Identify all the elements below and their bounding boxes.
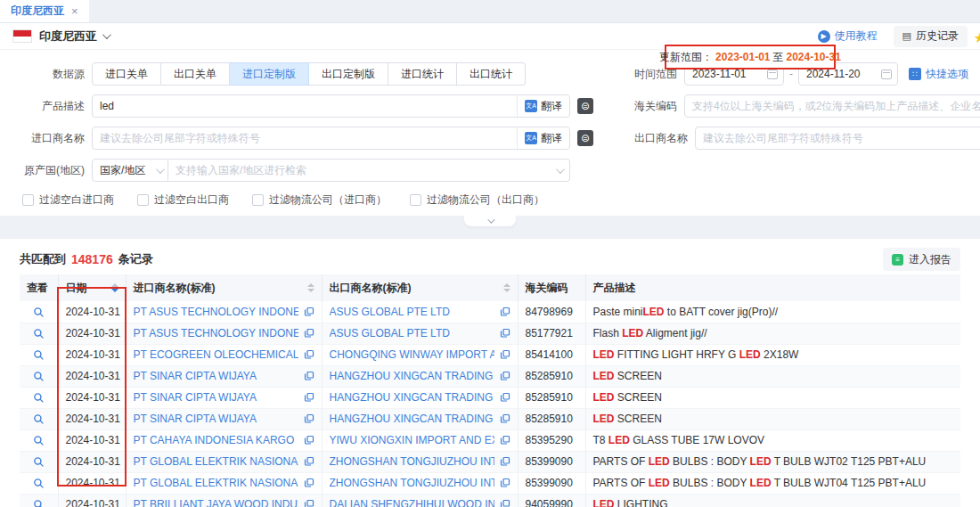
copy-icon[interactable] — [304, 371, 314, 381]
translate-button[interactable]: 文A 翻译 — [517, 127, 569, 149]
exporter-input[interactable] — [696, 127, 980, 149]
origin-type-select[interactable]: 国家/地区 — [92, 159, 168, 182]
view-cell — [20, 365, 58, 387]
copy-icon[interactable] — [304, 307, 314, 317]
importer-input[interactable] — [93, 127, 517, 149]
history-button[interactable]: ▤ 历史记录 — [894, 26, 968, 47]
product-desc-cell: LED FITTING LIGHT HRFY G LED 2X18W — [585, 344, 960, 365]
copy-icon[interactable] — [304, 349, 314, 360]
importer-link[interactable]: PT ECOGREEN OLEOCHEMICALS — [134, 348, 298, 361]
match-count: 148176 — [71, 252, 113, 266]
datasource-tab-5[interactable]: 出口统计 — [457, 62, 526, 86]
column-header-3[interactable]: 出口商名称(标准) — [322, 274, 518, 301]
copy-icon[interactable] — [500, 478, 510, 488]
copy-icon[interactable] — [304, 392, 314, 403]
magnifier-icon[interactable] — [33, 478, 45, 489]
enter-report-button[interactable]: ≡ 进入报告 — [883, 248, 960, 271]
product-desc-inputbox: 文A 翻译 — [92, 94, 570, 118]
copy-icon[interactable] — [500, 456, 510, 467]
exporter-link[interactable]: HANGZHOU XINGCAN TRADING CO LTD — [330, 413, 494, 425]
magnifier-icon[interactable] — [33, 307, 45, 318]
close-icon[interactable]: × — [71, 5, 78, 17]
copy-icon[interactable] — [304, 328, 314, 339]
sort-carets-icon[interactable] — [307, 283, 314, 292]
importer-link[interactable]: PT BRILLIANT JAYA WOOD INDUSTRY — [134, 498, 298, 507]
exporter-link[interactable]: ASUS GLOBAL PTE LTD — [330, 306, 494, 318]
datasource-tab-2[interactable]: 进口定制版 — [230, 62, 309, 86]
copy-icon[interactable] — [304, 499, 314, 507]
view-cell — [20, 408, 58, 429]
importer-link[interactable]: PT CAHAYA INDONESIA KARGO — [134, 434, 298, 446]
exporter-link[interactable]: HANGZHOU XINGCAN TRADING CO LTD — [330, 391, 494, 404]
filter-checkbox-3[interactable]: 过滤物流公司（出口商） — [410, 192, 544, 208]
copy-icon[interactable] — [304, 413, 314, 424]
collapse-panel-button[interactable] — [464, 215, 516, 226]
importer-link[interactable]: PT SINAR CIPTA WIJAYA — [134, 391, 298, 404]
exporter-link[interactable]: DALIAN SHENGZHIHUI WOOD INDUST... — [330, 498, 494, 507]
copy-icon[interactable] — [500, 307, 510, 317]
product-desc-label: 产品描述 — [0, 99, 85, 114]
importer-link[interactable]: PT GLOBAL ELEKTRIK NASIONAL — [134, 477, 298, 489]
copy-icon[interactable] — [500, 392, 510, 403]
copy-icon[interactable] — [500, 413, 510, 424]
datasource-tab-1[interactable]: 出口关单 — [161, 62, 230, 86]
copy-icon[interactable] — [304, 456, 314, 467]
importer-link[interactable]: PT ASUS TECHNOLOGY INDONESIA BA... — [134, 327, 298, 339]
importer-link[interactable]: PT SINAR CIPTA WIJAYA — [134, 413, 298, 425]
filter-checkbox-2[interactable]: 过滤物流公司（进口商） — [252, 192, 387, 208]
country-name: 印度尼西亚 — [39, 29, 97, 45]
copy-icon[interactable] — [500, 435, 510, 446]
importer-inputbox: 文A 翻译 — [92, 127, 570, 150]
circled-equals-icon[interactable]: ⊜ — [577, 98, 593, 114]
chevron-down-icon[interactable] — [102, 30, 111, 39]
datasource-tab-4[interactable]: 进口统计 — [388, 62, 457, 86]
importer-cell: PT GLOBAL ELEKTRIK NASIONAL — [126, 472, 322, 494]
exporter-link[interactable]: HANGZHOU XINGCAN TRADING CO LTD — [330, 370, 494, 382]
exporter-link[interactable]: CHONGQING WINWAY IMPORT AND E... — [330, 348, 494, 361]
filter-checkbox-0[interactable]: 过滤空白进口商 — [22, 192, 114, 208]
column-header-1[interactable]: 日期 — [58, 274, 126, 301]
hs-code-cell: 85399090 — [518, 472, 585, 494]
quick-options-link[interactable]: ∷ 快捷选项 — [909, 67, 968, 82]
copy-icon[interactable] — [304, 478, 314, 488]
column-header-2[interactable]: 进口商名称(标准) — [126, 274, 322, 301]
exporter-link[interactable]: ASUS GLOBAL PTE LTD — [330, 327, 494, 339]
product-desc-input[interactable] — [93, 95, 517, 117]
hs-code-cell: 84798969 — [518, 301, 585, 323]
importer-link[interactable]: PT GLOBAL ELEKTRIK NASIONAL — [134, 455, 298, 468]
circled-equals-icon[interactable]: ⊜ — [577, 130, 593, 146]
copy-icon[interactable] — [500, 499, 510, 507]
hs-code-input[interactable] — [685, 95, 980, 117]
magnifier-icon[interactable] — [33, 349, 45, 361]
copy-icon[interactable] — [500, 328, 510, 339]
magnifier-icon[interactable] — [33, 435, 45, 446]
exporter-link[interactable]: ZHONGSHAN TONGJIUZHOU INTERNA... — [330, 455, 494, 468]
copy-icon[interactable] — [500, 371, 510, 381]
magnifier-icon[interactable] — [33, 328, 45, 339]
magnifier-icon[interactable] — [33, 413, 45, 425]
hs-code-inputbox — [684, 94, 980, 118]
magnifier-icon[interactable] — [33, 456, 45, 468]
importer-link[interactable]: PT SINAR CIPTA WIJAYA — [134, 370, 298, 382]
translate-button[interactable]: 文A 翻译 — [517, 95, 569, 117]
country-tab[interactable]: 印度尼西亚 × — [0, 0, 89, 22]
sort-carets-icon[interactable] — [503, 283, 510, 292]
magnifier-icon[interactable] — [33, 392, 45, 404]
exporter-link[interactable]: YIWU XIONGXIN IMPORT AND EXPORT... — [330, 434, 494, 446]
hs-code-cell: 85177921 — [518, 323, 585, 344]
table-row: 2024-10-31PT GLOBAL ELEKTRIK NASIONALZHO… — [20, 472, 960, 494]
copy-icon[interactable] — [500, 349, 510, 360]
star-icon[interactable]: ★ — [974, 29, 980, 46]
magnifier-icon[interactable] — [33, 499, 45, 507]
importer-link[interactable]: PT ASUS TECHNOLOGY INDONESIA BA... — [134, 306, 298, 318]
datasource-tab-0[interactable]: 进口关单 — [92, 62, 161, 86]
sort-carets-icon[interactable] — [111, 283, 118, 292]
copy-icon[interactable] — [304, 435, 314, 446]
table-row: 2024-10-31PT SINAR CIPTA WIJAYAHANGZHOU … — [20, 387, 960, 408]
tutorial-link[interactable]: ▶ 使用教程 — [818, 29, 878, 44]
exporter-link[interactable]: ZHONGSHAN TONGJIUZHOU INTERNA... — [330, 477, 494, 489]
filter-checkbox-1[interactable]: 过滤空白出口商 — [137, 192, 229, 208]
origin-search-input[interactable] — [168, 159, 556, 181]
datasource-tab-3[interactable]: 出口定制版 — [309, 62, 388, 86]
magnifier-icon[interactable] — [33, 371, 45, 382]
